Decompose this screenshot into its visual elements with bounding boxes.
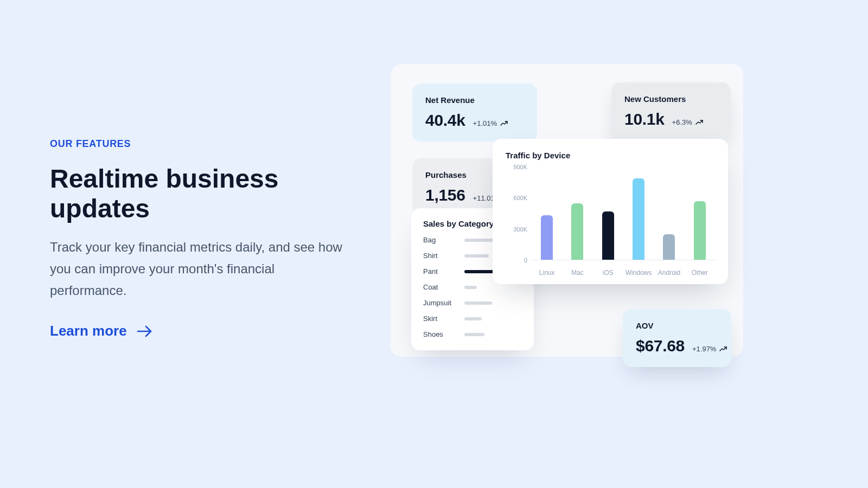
traffic-bar xyxy=(571,203,583,260)
sales-category-row: Skirt xyxy=(423,314,522,323)
trend-up-icon xyxy=(500,121,508,126)
card-value: 40.4k xyxy=(425,111,465,130)
x-tick-label: iOS xyxy=(595,269,622,277)
traffic-bar xyxy=(663,234,675,260)
traffic-chart: 0300K600K900K xyxy=(506,167,715,260)
card-label: New Customers xyxy=(624,94,718,104)
card-delta: +1.01% xyxy=(473,119,508,127)
x-tick-label: Mac xyxy=(564,269,591,277)
sales-category-bar xyxy=(464,317,522,320)
arrow-right-icon xyxy=(137,325,153,338)
feature-copy: OUR FEATURES Realtime business updates T… xyxy=(50,138,365,339)
sales-category-name: Bag xyxy=(423,236,457,244)
sales-category-bar xyxy=(464,301,522,305)
trend-up-icon xyxy=(719,346,727,352)
x-tick-label: Linux xyxy=(533,269,560,277)
learn-more-label: Learn more xyxy=(50,323,127,339)
section-subheading: Track your key financial metrics daily, … xyxy=(50,236,343,301)
card-value: $67.68 xyxy=(636,337,685,355)
dashboard-preview: Net Revenue 40.4k +1.01% New Customers 1… xyxy=(391,64,743,357)
sales-category-row: Jumpsuit xyxy=(423,299,522,307)
card-label: AOV xyxy=(636,321,718,330)
sales-category-name: Coat xyxy=(423,283,457,291)
x-tick-label: Windows xyxy=(625,269,652,277)
traffic-bar xyxy=(602,211,614,260)
traffic-by-device-card: Traffic by Device 0300K600K900K LinuxMac… xyxy=(493,139,728,284)
aov-card: AOV $67.68 +1.97% xyxy=(623,309,731,367)
net-revenue-card: Net Revenue 40.4k +1.01% xyxy=(412,84,537,142)
y-tick-label: 600K xyxy=(506,195,527,201)
section-heading: Realtime business updates xyxy=(50,164,365,223)
sales-category-row: Coat xyxy=(423,283,522,291)
traffic-bar xyxy=(541,215,553,260)
new-customers-card: New Customers 10.1k +6.3% xyxy=(611,82,731,140)
card-value: 10.1k xyxy=(624,110,665,129)
eyebrow-label: OUR FEATURES xyxy=(50,138,365,150)
sales-category-bar xyxy=(464,286,522,289)
x-tick-label: Android xyxy=(655,269,682,277)
card-label: Net Revenue xyxy=(425,95,524,105)
sales-category-name: Jumpsuit xyxy=(423,299,457,307)
card-delta: +1.97% xyxy=(692,345,727,353)
y-tick-label: 0 xyxy=(506,257,527,264)
sales-category-name: Skirt xyxy=(423,314,457,323)
card-label: Traffic by Device xyxy=(506,151,715,160)
y-tick-label: 900K xyxy=(506,164,527,170)
sales-category-name: Pant xyxy=(423,267,457,275)
card-delta: +6.3% xyxy=(672,118,703,126)
card-value: 1,156 xyxy=(425,186,465,204)
sales-category-bar xyxy=(464,333,522,336)
sales-category-name: Shirt xyxy=(423,252,457,260)
sales-category-row: Shoes xyxy=(423,330,522,338)
sales-category-name: Shoes xyxy=(423,330,457,338)
x-tick-label: Other xyxy=(686,269,713,277)
y-tick-label: 300K xyxy=(506,226,527,233)
traffic-bar xyxy=(694,201,706,260)
traffic-bar xyxy=(633,178,644,260)
trend-up-icon xyxy=(695,120,703,125)
learn-more-link[interactable]: Learn more xyxy=(50,323,153,339)
